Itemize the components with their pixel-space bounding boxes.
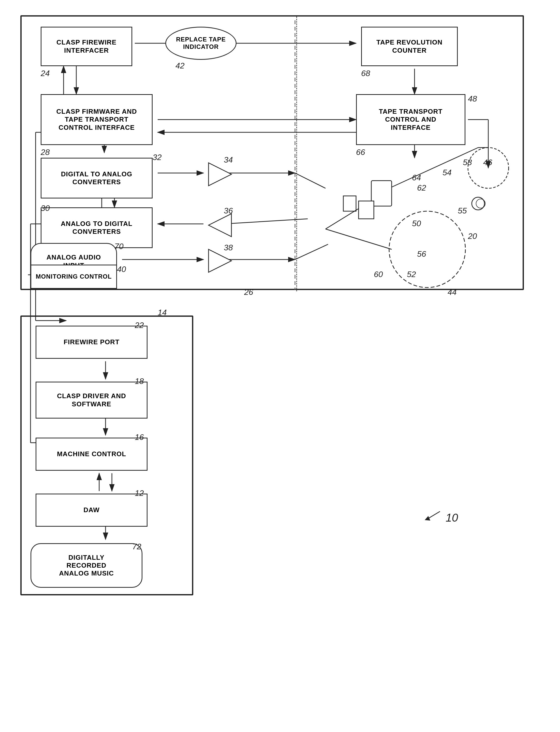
label-68: 68 xyxy=(361,69,370,78)
label-14: 14 xyxy=(158,308,167,317)
divider xyxy=(296,17,297,291)
label-70: 70 xyxy=(114,242,124,251)
tape-transport-label: TAPE TRANSPORTCONTROL ANDINTERFACE xyxy=(379,108,443,131)
replace-tape-label: REPLACE TAPEINDICATOR xyxy=(176,36,226,51)
adc-block: ANALOG TO DIGITALCONVERTERS xyxy=(41,207,153,248)
clasp-firewire-label: CLASP FIREWIREINTERFACER xyxy=(56,38,116,54)
dac-block: DIGITAL TO ANALOGCONVERTERS xyxy=(41,158,153,198)
label-62: 62 xyxy=(417,183,426,193)
clasp-firewire-block: CLASP FIREWIREINTERFACER xyxy=(41,27,132,66)
label-26: 26 xyxy=(244,287,253,297)
label-16: 16 xyxy=(135,433,144,442)
monitoring-block: MONITORING CONTROL xyxy=(31,264,117,289)
label-64: 64 xyxy=(412,173,421,182)
label-28: 28 xyxy=(41,148,50,157)
label-32: 32 xyxy=(153,153,162,162)
diagram: CLASP FIREWIREINTERFACER 24 REPLACE TAPE… xyxy=(15,10,544,723)
label-24: 24 xyxy=(41,69,50,78)
label-52: 52 xyxy=(407,270,416,279)
digitally-recorded-label: DIGITALLYRECORDEDANALOG MUSIC xyxy=(59,554,114,578)
label-22: 22 xyxy=(135,320,144,330)
label-46: 46 xyxy=(483,158,492,167)
label-58: 58 xyxy=(463,158,472,167)
adc-label: ANALOG TO DIGITALCONVERTERS xyxy=(61,220,132,235)
svg-marker-48 xyxy=(209,163,231,186)
label-40: 40 xyxy=(117,264,126,274)
firewire-port-label: FIREWIRE PORT xyxy=(64,338,120,346)
label-34: 34 xyxy=(224,155,233,165)
monitoring-label: MONITORING CONTROL xyxy=(36,273,112,280)
svg-line-51 xyxy=(427,512,440,519)
label-38: 38 xyxy=(224,243,233,252)
clasp-driver-block: CLASP DRIVER ANDSOFTWARE xyxy=(36,382,148,419)
tape-transport-block: TAPE TRANSPORTCONTROL ANDINTERFACE xyxy=(356,94,465,145)
label-56: 56 xyxy=(417,249,426,259)
label-54: 54 xyxy=(443,168,452,177)
clasp-firmware-label: CLASP FIRMWARE ANDTAPE TRANSPORTCONTROL … xyxy=(56,108,137,131)
label-66: 66 xyxy=(356,148,365,157)
label-10-ref: 10 xyxy=(422,509,458,524)
machine-control-block: MACHINE CONTROL xyxy=(36,438,148,471)
label-55: 55 xyxy=(458,206,467,215)
label-30: 30 xyxy=(41,203,50,213)
label-12: 12 xyxy=(135,489,144,498)
clasp-driver-label: CLASP DRIVER ANDSOFTWARE xyxy=(57,392,126,408)
daw-block: DAW xyxy=(36,494,148,527)
replace-tape-block: REPLACE TAPEINDICATOR xyxy=(165,27,237,60)
arrow-10-icon xyxy=(422,509,443,522)
label-48: 48 xyxy=(468,94,477,104)
machine-control-label: MACHINE CONTROL xyxy=(57,450,126,458)
firewire-port-block: FIREWIRE PORT xyxy=(36,326,148,359)
label-42: 42 xyxy=(175,61,185,70)
label-10: 10 xyxy=(446,512,458,524)
label-50: 50 xyxy=(412,219,421,228)
digitally-recorded-block: DIGITALLYRECORDEDANALOG MUSIC xyxy=(31,543,142,588)
daw-label: DAW xyxy=(83,506,100,514)
tape-revolution-block: TAPE REVOLUTIONCOUNTER xyxy=(361,27,458,66)
svg-marker-52 xyxy=(425,516,430,521)
clasp-firmware-block: CLASP FIRMWARE ANDTAPE TRANSPORTCONTROL … xyxy=(41,94,153,145)
label-44: 44 xyxy=(448,287,457,297)
svg-marker-49 xyxy=(209,214,231,237)
label-18: 18 xyxy=(135,377,144,386)
label-20: 20 xyxy=(468,231,477,241)
dac-label: DIGITAL TO ANALOGCONVERTERS xyxy=(61,170,132,186)
label-72: 72 xyxy=(132,542,141,551)
tape-revolution-label: TAPE REVOLUTIONCOUNTER xyxy=(376,38,443,54)
svg-marker-50 xyxy=(209,249,231,272)
label-60: 60 xyxy=(374,270,383,279)
label-36: 36 xyxy=(224,206,233,215)
